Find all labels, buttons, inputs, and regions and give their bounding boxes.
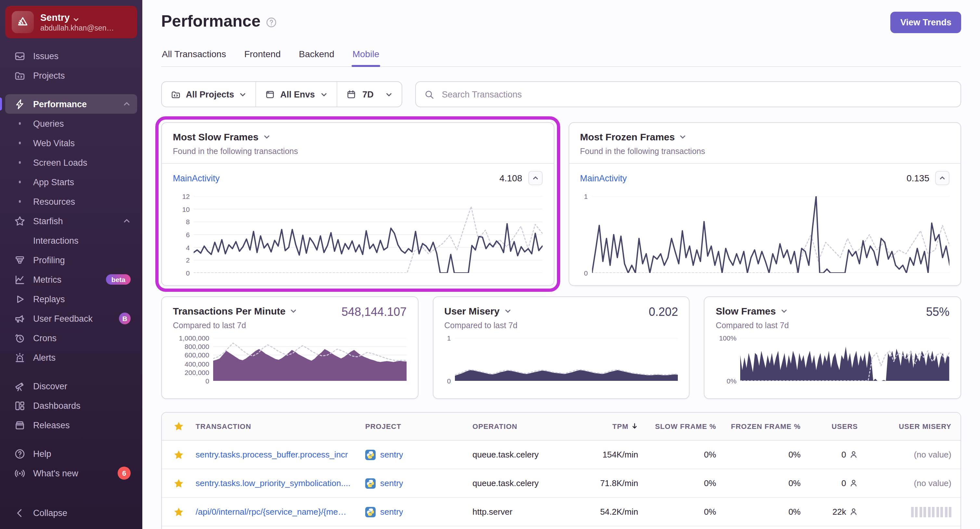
sidebar-item-alerts[interactable]: Alerts	[5, 348, 137, 367]
page-filter-bar: All Projects All Envs 7D	[161, 81, 402, 107]
sidebar-item-resources[interactable]: Resources	[5, 192, 137, 211]
chevron-down-icon	[320, 91, 327, 98]
most-frozen-frames-title[interactable]: Most Frozen Frames	[580, 131, 950, 142]
tpm-cell: 71.8K/min	[570, 478, 638, 488]
org-switcher[interactable]: Sentry abdullah.khan@sen…	[5, 6, 137, 38]
transactions-table: TRANSACTIONPROJECTOPERATIONTPM SLOW FRAM…	[161, 412, 961, 529]
tab-frontend[interactable]: Frontend	[244, 49, 282, 66]
environment-filter[interactable]: All Envs	[256, 82, 337, 107]
slow-frame-cell: 0%	[638, 478, 716, 488]
user-misery-card: User Misery Compared to last 7d 0.202 10	[433, 296, 689, 399]
sidebar-group-2: DiscoverDashboardsReleases	[5, 376, 137, 435]
sidebar-item-screen-loads[interactable]: Screen Loads	[5, 153, 137, 172]
sidebar-item-profiling[interactable]: Profiling	[5, 250, 137, 270]
user-misery-chart[interactable]: 10	[444, 338, 678, 381]
chart-y-axis: 10	[580, 196, 592, 273]
project-filter[interactable]: All Projects	[162, 82, 256, 107]
col-project[interactable]: PROJECT	[365, 414, 473, 439]
sidebar-item-label: Resources	[33, 197, 130, 206]
sidebar-item-interactions[interactable]: Interactions	[5, 231, 137, 250]
sidebar-item-help[interactable]: Help	[5, 444, 137, 464]
sidebar-item-issues[interactable]: Issues	[5, 46, 137, 65]
sidebar-item-projects[interactable]: Projects	[5, 65, 137, 85]
collapse-label: Collapse	[33, 508, 130, 518]
col-transaction[interactable]: TRANSACTION	[196, 414, 365, 439]
sidebar-item-replays[interactable]: Replays	[5, 289, 137, 309]
chart-plot-area	[194, 196, 542, 273]
tab-all-transactions[interactable]: All Transactions	[161, 49, 227, 66]
col-users[interactable]: USERS	[801, 414, 858, 439]
view-trends-button[interactable]: View Trends	[891, 12, 961, 33]
sidebar-item-label: App Starts	[33, 177, 130, 187]
sidebar-item-label: What's new	[33, 468, 110, 478]
sidebar-item-metrics[interactable]: Metricsbeta	[5, 270, 137, 289]
sidebar-collapse-button[interactable]: Collapse	[5, 503, 137, 523]
search-input[interactable]	[441, 89, 952, 100]
sidebar-item-app-starts[interactable]: App Starts	[5, 172, 137, 192]
project-link[interactable]: sentry	[380, 478, 403, 488]
tpm-chart[interactable]: 1,000,000800,000600,000400,000200,0000	[173, 338, 406, 381]
sidebar-item-queries[interactable]: Queries	[5, 114, 137, 133]
help-circle-icon[interactable]	[266, 17, 277, 28]
user-misery-title[interactable]: User Misery	[444, 306, 517, 317]
collapse-row-button[interactable]	[935, 171, 950, 185]
sidebar-item-label: Web Vitals	[33, 138, 130, 148]
sidebar-item-web-vitals[interactable]: Web Vitals	[5, 133, 137, 153]
tpm-cell: 154K/min	[570, 450, 638, 459]
transaction-link[interactable]: MainActivity	[580, 173, 627, 183]
users-cell: 0	[801, 478, 858, 488]
chevron-down-icon	[239, 91, 247, 98]
tpm-title[interactable]: Transactions Per Minute	[173, 306, 298, 317]
transaction-link[interactable]: MainActivity	[173, 173, 220, 183]
star-icon[interactable]	[173, 449, 184, 460]
most-slow-frames-title[interactable]: Most Slow Frames	[173, 131, 542, 142]
sidebar-item-label: Profiling	[33, 255, 130, 265]
date-range-filter[interactable]: 7D	[336, 82, 402, 107]
sidebar-item-starfish[interactable]: Starfish	[5, 211, 137, 231]
main-content: Performance View Trends All Transactions…	[142, 0, 980, 529]
search-transactions	[415, 81, 961, 107]
sidebar-item-what-s-new[interactable]: What's new6	[5, 464, 137, 483]
col-operation[interactable]: OPERATION	[473, 414, 570, 439]
org-email: abdullah.khan@sen…	[40, 24, 114, 32]
col-slow-frame[interactable]: SLOW FRAME %	[638, 414, 716, 439]
sentry-logo-icon	[12, 11, 34, 33]
chart-y-axis: 10	[444, 338, 455, 381]
col-user-misery[interactable]: USER MISERY	[858, 414, 961, 439]
star-icon[interactable]	[173, 421, 184, 432]
slow-frame-cell: 0%	[638, 507, 716, 517]
sidebar-item-dashboards[interactable]: Dashboards	[5, 396, 137, 415]
sidebar-item-label: Starfish	[33, 216, 115, 226]
most-frozen-frames-chart[interactable]: 10	[580, 196, 950, 273]
col-tpm[interactable]: TPM	[570, 414, 638, 439]
most-slow-frames-chart[interactable]: 121086420	[173, 196, 542, 273]
tab-backend[interactable]: Backend	[298, 49, 335, 66]
transaction-link[interactable]: sentry.tasks.low_priority_symbolication.…	[196, 478, 355, 488]
sidebar-item-performance[interactable]: Performance	[5, 94, 137, 114]
calendar-icon	[346, 89, 356, 99]
project-link[interactable]: sentry	[380, 450, 403, 459]
star-icon[interactable]	[173, 507, 184, 517]
python-project-icon	[365, 478, 375, 488]
sidebar-item-crons[interactable]: Crons	[5, 328, 137, 348]
user-feedback-badge: B	[119, 312, 130, 324]
col-frozen-frame[interactable]: FROZEN FRAME %	[716, 414, 801, 439]
star-icon[interactable]	[173, 478, 184, 488]
what-s-new-badge: 6	[118, 467, 130, 480]
sidebar-item-discover[interactable]: Discover	[5, 376, 137, 396]
table-row-1: sentry.tasks.low_priority_symbolication.…	[162, 469, 961, 498]
sidebar-item-user-feedback[interactable]: User FeedbackB	[5, 309, 137, 328]
collapse-row-button[interactable]	[528, 171, 542, 185]
sidebar-item-releases[interactable]: Releases	[5, 415, 137, 435]
project-link[interactable]: sentry	[380, 507, 403, 517]
user-feedback-icon	[14, 313, 25, 324]
transaction-value: 0.135	[907, 173, 929, 183]
chevron-down-icon	[290, 308, 298, 314]
transaction-link[interactable]: /api/0/internal/rpc/{service_name}/{me…	[196, 507, 355, 517]
slow-frames-chart[interactable]: 100%0%	[716, 338, 950, 381]
help-icon	[14, 448, 25, 459]
tab-mobile[interactable]: Mobile	[352, 49, 380, 66]
slow-frames-title[interactable]: Slow Frames	[716, 306, 789, 317]
transaction-link[interactable]: sentry.tasks.process_buffer.process_incr	[196, 450, 355, 459]
chevron-down-icon	[263, 133, 270, 140]
